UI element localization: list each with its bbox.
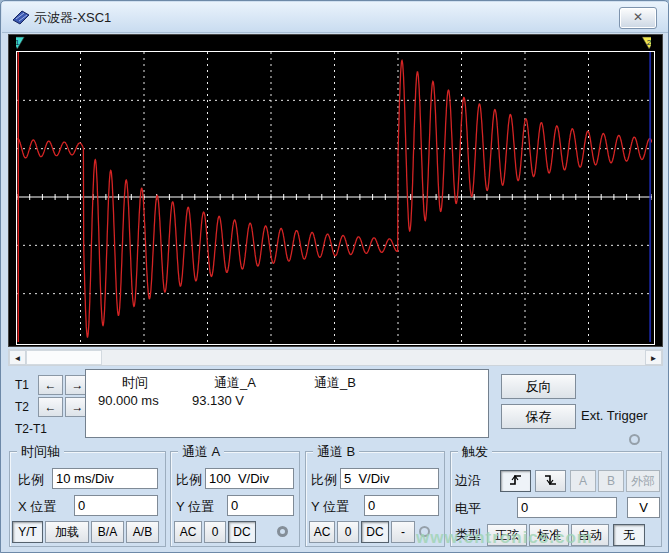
channel-a-ypos-label: Y 位置 [176, 498, 214, 516]
trigger-level-input[interactable] [517, 497, 617, 518]
trigger-source-a-button[interactable]: A [570, 470, 596, 492]
channel-b-ypos-label: Y 位置 [311, 498, 349, 516]
scope-display [16, 51, 655, 345]
channel-b-ypos-input[interactable] [364, 495, 439, 516]
channel-b-terminal-icon [419, 526, 430, 537]
timebase-title: 时间轴 [17, 443, 64, 461]
trigger-type-sine-button[interactable]: 正弦 [487, 524, 527, 546]
trigger-group: 触发 边沿 A B 外部 电平 V 类型 正弦 标准 自动 无 [450, 451, 662, 547]
channel-a-dc-button[interactable]: DC [228, 521, 256, 543]
title-bar[interactable]: 示波器-XSC1 ✕ [2, 2, 669, 33]
channel-a-group: 通道 A 比例 Y 位置 AC 0 DC [170, 451, 300, 547]
channel-a-title: 通道 A [178, 443, 224, 461]
timebase-ba-button[interactable]: B/A [91, 521, 124, 543]
window-title: 示波器-XSC1 [34, 9, 111, 27]
close-button[interactable]: ✕ [619, 7, 657, 29]
timebase-yt-button[interactable]: Y/T [12, 521, 43, 543]
waveform-plot [17, 52, 652, 342]
t1-channel-a-value: 93.130 V [192, 393, 244, 408]
channel-b-scale-label: 比例 [311, 471, 337, 489]
timebase-scale-label: 比例 [18, 471, 44, 489]
ext-trigger-terminal-icon [629, 434, 640, 445]
t2-label: T2 [15, 400, 29, 414]
trigger-falling-edge-button[interactable] [535, 470, 566, 492]
ext-trigger-label: Ext. Trigger [581, 408, 647, 423]
channel-b-zero-button[interactable]: 0 [337, 521, 359, 543]
falling-edge-icon [543, 473, 559, 487]
oscilloscope-window: 示波器-XSC1 ✕ 12 ◄ ► T1 ← → T2 ← → T2-T1 时间… [0, 0, 669, 553]
channel-b-scale-input[interactable] [340, 468, 439, 489]
timebase-group: 时间轴 比例 X 位置 Y/T 加载 B/A A/B [9, 451, 166, 547]
timebase-add-button[interactable]: 加载 [45, 521, 89, 543]
channel-b-ac-button[interactable]: AC [309, 521, 335, 543]
scroll-left-icon[interactable]: ◄ [9, 350, 26, 365]
column-channel-a: 通道_A [214, 374, 256, 392]
t2-left-button[interactable]: ← [38, 397, 63, 417]
trigger-type-normal-button[interactable]: 标准 [529, 524, 569, 546]
horizontal-scrollbar[interactable]: ◄ ► [8, 349, 663, 366]
channel-a-scale-input[interactable] [205, 468, 294, 489]
save-button[interactable]: 保存 [501, 404, 576, 429]
trigger-source-b-button[interactable]: B [598, 470, 624, 492]
channel-b-minus-button[interactable]: - [391, 521, 415, 543]
oscilloscope-app-icon [12, 9, 30, 25]
trigger-level-unit-select[interactable]: V [627, 497, 660, 518]
scrollbar-thumb[interactable] [26, 350, 102, 365]
trigger-type-none-button[interactable]: 无 [613, 524, 645, 546]
trigger-edge-label: 边沿 [455, 472, 481, 490]
t1-label: T1 [15, 378, 29, 392]
trigger-title: 触发 [458, 443, 492, 461]
channel-a-ac-button[interactable]: AC [174, 521, 202, 543]
trigger-type-auto-button[interactable]: 自动 [571, 524, 609, 546]
t1-left-button[interactable]: ← [38, 375, 63, 395]
cursor-marker-strip[interactable]: 12 [16, 36, 651, 51]
svg-text:2: 2 [647, 38, 651, 47]
trigger-source-ext-button[interactable]: 外部 [626, 470, 660, 492]
column-channel-b: 通道_B [314, 374, 356, 392]
timebase-scale-input[interactable] [52, 468, 158, 489]
channel-a-zero-button[interactable]: 0 [204, 521, 226, 543]
timebase-xpos-label: X 位置 [18, 498, 56, 516]
channel-a-scale-label: 比例 [176, 471, 202, 489]
reverse-button[interactable]: 反向 [501, 374, 576, 399]
scroll-right-icon[interactable]: ► [645, 350, 662, 365]
channel-a-ypos-input[interactable] [227, 495, 294, 516]
rising-edge-icon [508, 473, 524, 487]
t2t1-label: T2-T1 [15, 422, 47, 436]
channel-b-dc-button[interactable]: DC [361, 521, 389, 543]
channel-b-title: 通道 B [313, 443, 359, 461]
column-time: 时间 [122, 374, 148, 392]
cursor-readout-panel: 时间 通道_A 通道_B 90.000 ms 93.130 V [85, 369, 489, 438]
svg-text:1: 1 [16, 38, 20, 47]
scope-bezel: 12 [8, 34, 663, 347]
timebase-ab-button[interactable]: A/B [126, 521, 159, 543]
trigger-level-label: 电平 [455, 500, 481, 518]
t1-time-value: 90.000 ms [98, 393, 159, 408]
trigger-type-label: 类型 [455, 526, 481, 544]
channel-b-group: 通道 B 比例 Y 位置 AC 0 DC - [305, 451, 445, 547]
timebase-xpos-input[interactable] [74, 495, 158, 516]
trigger-rising-edge-button[interactable] [500, 470, 531, 492]
channel-a-terminal-icon [277, 526, 288, 537]
